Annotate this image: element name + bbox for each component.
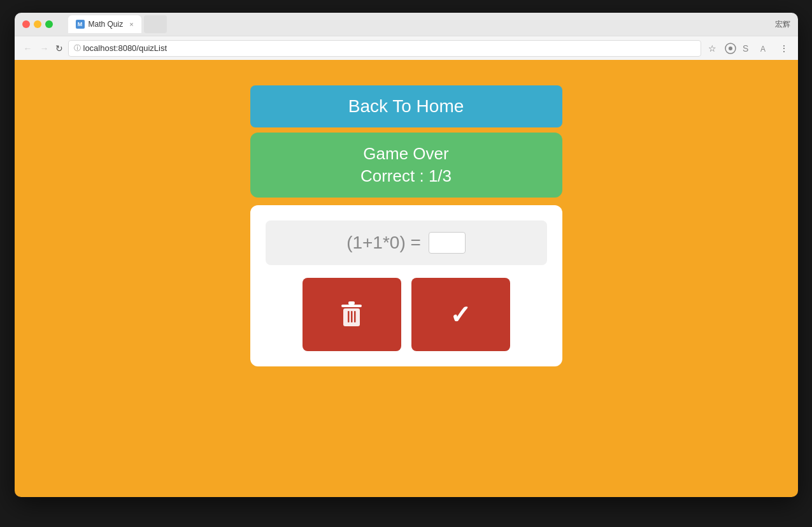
tab-title: Math Quiz xyxy=(89,20,124,29)
game-over-panel: Game Over Correct : 1/3 xyxy=(250,133,562,198)
trash-icon xyxy=(339,301,364,329)
browser-window: M Math Quiz × 宏辉 ← → ↻ ⓘ localhost:8080/… xyxy=(15,13,798,497)
address-bar: ← → ↻ ⓘ localhost:8080/quizList ☆ S A xyxy=(15,36,798,60)
close-traffic-light[interactable] xyxy=(22,20,30,28)
toolbar-right: ☆ S A ⋮ xyxy=(706,42,790,55)
tab-area: M Math Quiz × xyxy=(68,15,770,33)
user-name: 宏辉 xyxy=(775,19,790,30)
url-bar[interactable]: ⓘ localhost:8080/quizList xyxy=(68,40,701,57)
svg-rect-6 xyxy=(348,311,350,322)
extension-icon2[interactable]: S xyxy=(742,42,755,55)
delete-button[interactable] xyxy=(303,278,401,351)
svg-rect-8 xyxy=(354,311,356,322)
new-tab-button[interactable] xyxy=(144,15,167,33)
action-buttons: ✓ xyxy=(266,278,547,351)
refresh-button[interactable]: ↻ xyxy=(55,43,63,54)
equation-text: (1+1*0) = xyxy=(346,233,421,253)
forward-nav-button[interactable]: → xyxy=(39,43,50,54)
tab-favicon: M xyxy=(76,20,85,29)
svg-rect-4 xyxy=(348,301,355,305)
minimize-traffic-light[interactable] xyxy=(34,20,41,28)
menu-icon[interactable]: ⋮ xyxy=(778,42,790,55)
translate-icon[interactable]: A xyxy=(760,42,773,55)
browser-tab[interactable]: M Math Quiz × xyxy=(68,15,141,33)
check-icon: ✓ xyxy=(450,300,471,329)
answer-input[interactable] xyxy=(429,232,466,254)
svg-rect-7 xyxy=(351,311,353,322)
game-over-score: Correct : 1/3 xyxy=(360,166,452,186)
svg-text:S: S xyxy=(743,43,748,54)
back-to-home-button[interactable]: Back To Home xyxy=(250,85,562,127)
game-over-title: Game Over xyxy=(363,144,448,164)
svg-rect-3 xyxy=(341,305,362,307)
quiz-card: (1+1*0) = xyxy=(250,205,562,366)
back-nav-button[interactable]: ← xyxy=(22,43,34,54)
equation-row: (1+1*0) = xyxy=(266,220,547,265)
svg-text:A: A xyxy=(760,45,766,54)
page-content: Back To Home Game Over Correct : 1/3 (1+… xyxy=(15,60,798,497)
check-button[interactable]: ✓ xyxy=(411,278,510,351)
maximize-traffic-light[interactable] xyxy=(45,20,53,28)
traffic-lights xyxy=(22,20,53,28)
url-text: localhost:8080/quizList xyxy=(83,43,167,53)
tab-close-button[interactable]: × xyxy=(129,20,133,28)
title-bar: M Math Quiz × 宏辉 xyxy=(15,13,798,36)
extension-icon1[interactable] xyxy=(724,42,737,55)
secure-icon: ⓘ xyxy=(74,43,81,53)
bookmark-icon[interactable]: ☆ xyxy=(706,42,719,55)
